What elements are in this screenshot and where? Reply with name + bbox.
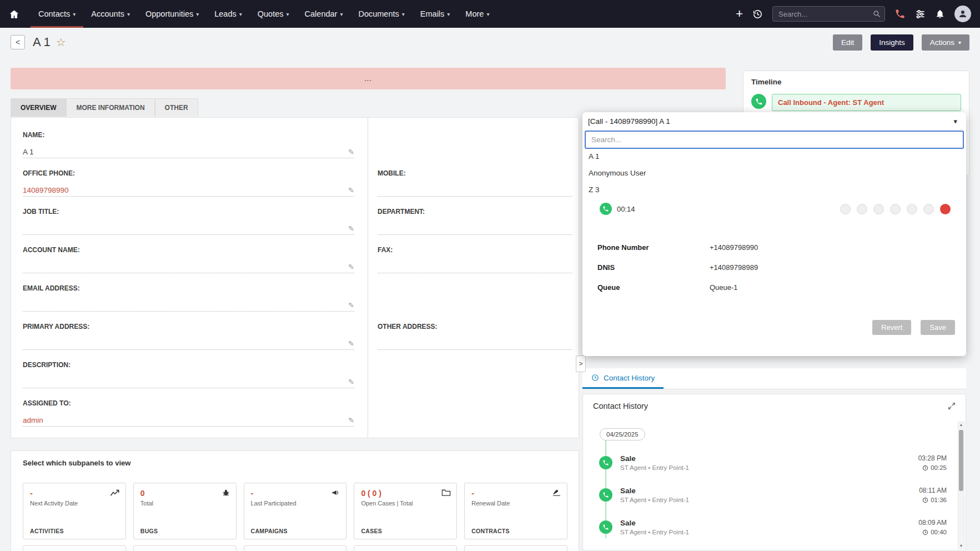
megaphone-icon	[331, 488, 340, 497]
quick-create-icon[interactable]: +	[736, 8, 743, 20]
assigned-user-link[interactable]: admin	[23, 416, 43, 424]
nav-item-quotes[interactable]: Quotes▾	[250, 0, 297, 28]
card-sublabel: Open Cases | Total	[361, 500, 450, 507]
history-entry-2[interactable]: Sale ST Agent • Entry Point-1 08:11 AM 0…	[583, 480, 966, 509]
entry-duration: 01:36	[931, 497, 947, 503]
notifications-bell-icon[interactable]	[935, 9, 945, 19]
nav-item-label: Emails	[420, 9, 445, 18]
subpanel-card-hidden-1[interactable]	[23, 545, 126, 551]
subpanel-card-hidden-4[interactable]	[354, 545, 457, 551]
call-control-button[interactable]	[923, 204, 934, 214]
option-anonymous-user[interactable]: Anonymous User	[585, 166, 964, 182]
tab-overview[interactable]: OVERVIEW	[11, 98, 66, 117]
revert-button[interactable]: Revert	[872, 320, 911, 335]
field-label: JOB TITLE:	[23, 208, 354, 216]
edit-pencil-icon[interactable]: ✎	[348, 263, 354, 271]
edit-pencil-icon[interactable]: ✎	[348, 148, 354, 156]
detail-label: DNIS	[597, 263, 710, 276]
subpanel-card-bugs[interactable]: 0 Total BUGS	[133, 483, 237, 539]
call-status-row: 00:14	[585, 201, 964, 217]
contact-select-search	[585, 131, 964, 149]
nav-item-label: Documents	[358, 9, 399, 18]
scroll-up-arrow[interactable]: ▲	[958, 422, 964, 428]
entry-subtitle: ST Agent • Entry Point-1	[620, 529, 689, 535]
settings-sliders-icon[interactable]	[915, 9, 926, 19]
edit-pencil-icon[interactable]: ✎	[348, 416, 354, 424]
recently-viewed-icon[interactable]	[752, 9, 763, 19]
timeline-entry[interactable]: Call Inbound - Agent: ST Agent	[751, 94, 961, 111]
nav-item-label: Accounts	[91, 9, 124, 18]
edit-pencil-icon[interactable]: ✎	[348, 186, 354, 194]
edit-pencil-icon[interactable]: ✎	[348, 224, 354, 233]
expand-icon[interactable]	[948, 402, 956, 410]
call-control-button[interactable]	[857, 204, 867, 214]
edit-pencil-icon[interactable]: ✎	[348, 378, 354, 386]
nav-item-opportunities[interactable]: Opportunities▾	[138, 0, 207, 28]
entry-duration: 00:25	[931, 464, 947, 471]
call-control-button[interactable]	[840, 204, 851, 214]
field-label: OFFICE PHONE:	[23, 169, 354, 178]
field-value: A 1	[23, 148, 34, 156]
timeline-title: Timeline	[751, 78, 961, 86]
nav-item-accounts[interactable]: Accounts▾	[83, 0, 138, 28]
subpanel-card-hidden-5[interactable]	[464, 545, 567, 551]
scroll-down-arrow[interactable]: ▼	[958, 543, 964, 549]
option-a-1[interactable]: A 1	[585, 149, 964, 166]
call-control-button[interactable]	[907, 204, 917, 214]
history-entry-3[interactable]: Sale ST Agent • Entry Point-1 08:09 AM 0…	[583, 513, 966, 542]
edit-button[interactable]: Edit	[833, 34, 862, 51]
subpanel-card-campaigns[interactable]: - Last Participated CAMPAIGNS	[244, 483, 347, 539]
collapsed-widget-bar[interactable]: ...	[11, 68, 726, 89]
user-avatar[interactable]	[954, 6, 971, 22]
actions-button[interactable]: Actions▾	[922, 34, 969, 51]
tab-more-information[interactable]: MORE INFORMATION	[66, 98, 154, 117]
card-value: -	[471, 489, 560, 498]
call-control-button[interactable]	[890, 204, 901, 214]
expand-panel-chevron[interactable]: >	[576, 355, 586, 372]
nav-item-calendar[interactable]: Calendar▾	[297, 0, 351, 28]
scrollbar[interactable]: ▲ ▼	[958, 422, 964, 549]
subpanel-cards-row-2	[23, 545, 567, 551]
card-value: 0 ( 0 )	[361, 489, 450, 498]
nav-item-emails[interactable]: Emails▾	[413, 0, 458, 28]
subpanel-card-hidden-3[interactable]	[244, 545, 347, 551]
tab-other[interactable]: OTHER	[155, 98, 198, 117]
history-entry-1[interactable]: Sale ST Agent • Entry Point-1 03:28 PM 0…	[583, 448, 966, 477]
nav-item-contacts[interactable]: Contacts▾	[31, 0, 83, 28]
nav-item-leads[interactable]: Leads▾	[207, 0, 250, 28]
tab-label: Contact History	[604, 374, 655, 382]
save-button[interactable]: Save	[921, 320, 955, 335]
field-name: NAME: A 1✎	[23, 131, 354, 158]
caret-down-icon: ▾	[402, 11, 405, 17]
end-call-button[interactable]	[940, 204, 951, 214]
home-icon[interactable]	[9, 9, 19, 19]
nav-item-label: Opportunities	[145, 9, 193, 18]
option-z-3[interactable]: Z 3	[585, 182, 964, 199]
caret-down-icon[interactable]: ▾	[953, 117, 957, 126]
favorite-star-icon[interactable]: ☆	[56, 36, 66, 49]
edit-pencil-icon[interactable]: ✎	[348, 301, 354, 309]
contact-select-search-input[interactable]	[585, 131, 964, 149]
subpanel-card-hidden-2[interactable]	[133, 545, 237, 551]
back-button[interactable]: <	[11, 35, 25, 49]
call-control-button[interactable]	[873, 204, 884, 214]
empty-field-slot	[378, 131, 572, 158]
call-timer: 00:14	[617, 205, 635, 213]
entry-title: Sale	[620, 454, 689, 463]
scrollbar-thumb[interactable]	[959, 430, 963, 491]
subpanel-card-contracts[interactable]: - Renewal Date CONTRACTS	[464, 483, 567, 539]
global-search-input[interactable]	[772, 6, 885, 22]
edit-pencil-icon[interactable]: ✎	[348, 339, 354, 348]
tab-contact-history[interactable]: Contact History	[582, 368, 664, 389]
nav-item-more[interactable]: More▾	[458, 0, 497, 28]
subpanel-card-cases[interactable]: 0 ( 0 ) Open Cases | Total CASES	[354, 483, 457, 539]
phone-link[interactable]: 14089798990	[23, 186, 69, 194]
active-call-icon	[600, 203, 612, 215]
search-icon[interactable]	[873, 10, 881, 18]
nav-item-documents[interactable]: Documents▾	[350, 0, 412, 28]
global-search	[772, 6, 885, 22]
insights-button[interactable]: Insights	[871, 34, 913, 51]
subpanel-card-activities[interactable]: - Next Activity Date ACTIVITIES	[23, 483, 126, 539]
subpanel-cards-row-1: - Next Activity Date ACTIVITIES 0 Total …	[23, 483, 567, 539]
phone-icon[interactable]	[894, 8, 906, 19]
